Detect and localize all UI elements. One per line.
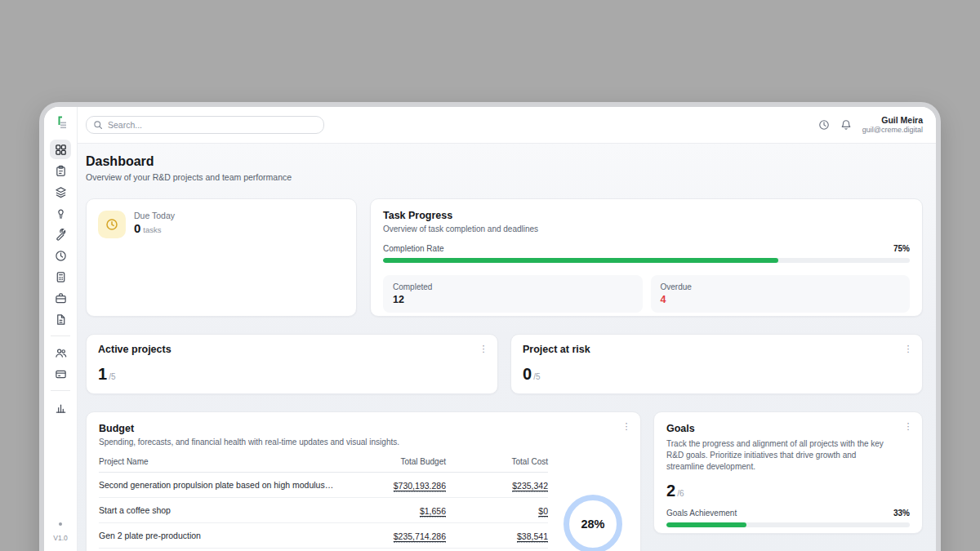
sidebar-item-calculator[interactable]	[50, 267, 71, 287]
user-email: guil@creme.digital	[862, 126, 923, 135]
sidebar-item-dashboard[interactable]	[50, 140, 71, 159]
completion-progress-fill	[383, 258, 778, 263]
completion-progress-bar	[383, 258, 910, 263]
goals-achievement-value: 33%	[893, 509, 910, 518]
budget-usage-gauge: 28%	[564, 495, 622, 551]
total-cost-value[interactable]: $235,342	[512, 481, 548, 492]
sidebar-item-team[interactable]	[50, 343, 71, 362]
goals-title: Goals	[666, 423, 910, 434]
app-window-frame: V1.0	[39, 102, 941, 551]
goals-menu-icon[interactable]: ⋮	[902, 420, 914, 432]
budget-table-row: Second generation propulsion plate based…	[99, 473, 548, 498]
goals-achievement-label: Goals Achievement	[666, 509, 737, 518]
budget-card: Budget ⋮ Spending, forecasts, and financ…	[86, 411, 641, 551]
lightbulb-icon	[55, 207, 67, 220]
due-today-label: Due Today	[134, 211, 175, 220]
search-box[interactable]	[86, 116, 324, 134]
wrench-icon	[55, 229, 67, 241]
document-icon	[55, 313, 67, 326]
total-budget-value[interactable]: $730,193.286	[394, 481, 446, 492]
app-logo-icon[interactable]	[52, 114, 69, 131]
main-area: Guil Meira guil@creme.digital Dashboard …	[78, 107, 936, 551]
goals-progress-fill	[666, 522, 746, 527]
page-title: Dashboard	[86, 154, 923, 169]
clock-icon	[55, 250, 67, 262]
active-projects-title: Active projects	[98, 344, 486, 355]
project-name: Start a coffee shop	[99, 505, 344, 515]
goals-card: Goals ⋮ Track the progress and alignment…	[653, 411, 923, 534]
total-budget-value[interactable]: $1,656	[420, 506, 446, 518]
user-name: Guil Meira	[862, 115, 923, 126]
col-total-budget: Total Budget	[344, 457, 446, 466]
total-cost-value[interactable]: $0	[538, 506, 548, 518]
active-projects-menu-icon[interactable]: ⋮	[478, 343, 489, 354]
topbar: Guil Meira guil@creme.digital	[78, 107, 936, 144]
active-projects-value: 1	[98, 365, 107, 383]
history-clock-icon[interactable]	[818, 119, 830, 131]
budget-table: Project Name Total Budget Total Cost Sec…	[99, 457, 548, 551]
project-at-risk-value: 0	[523, 365, 532, 383]
sidebar-item-analytics[interactable]	[50, 398, 71, 417]
completed-label: Completed	[393, 282, 633, 291]
active-projects-card: Active projects ⋮ 1/5	[86, 334, 498, 394]
due-today-unit: tasks	[143, 225, 161, 234]
user-menu[interactable]: Guil Meira guil@creme.digital	[862, 115, 923, 135]
task-progress-title: Task Progress	[383, 210, 910, 221]
overdue-stat: Overdue 4	[651, 275, 911, 313]
sidebar-item-portfolio[interactable]	[50, 288, 71, 308]
budget-subtitle: Spending, forecasts, and financial healt…	[99, 438, 628, 447]
layers-icon	[55, 186, 67, 198]
project-name: Second generation propulsion plate based…	[99, 480, 344, 490]
search-input[interactable]	[108, 120, 317, 130]
col-total-cost: Total Cost	[446, 457, 548, 466]
sidebar-item-tools[interactable]	[50, 224, 71, 244]
budget-table-header: Project Name Total Budget Total Cost	[99, 457, 548, 473]
clipboard-icon	[55, 165, 67, 177]
sidebar: V1.0	[44, 107, 78, 551]
total-cost-value[interactable]: $38,541	[517, 531, 548, 543]
total-budget-value[interactable]: $235,714.286	[394, 531, 446, 543]
due-today-card: Due Today 0tasks	[86, 198, 357, 317]
page-subtitle: Overview of your R&D projects and team p…	[86, 172, 923, 182]
briefcase-icon	[55, 292, 67, 304]
overdue-value: 4	[661, 294, 901, 305]
app-version: V1.0	[53, 534, 68, 542]
completed-stat: Completed 12	[383, 275, 643, 313]
status-dot	[59, 522, 62, 526]
goals-subtitle: Track the progress and alignment of all …	[666, 438, 910, 473]
project-at-risk-menu-icon[interactable]: ⋮	[902, 343, 914, 354]
project-at-risk-title: Project at risk	[523, 344, 911, 355]
completion-rate-label: Completion Rate	[383, 244, 443, 253]
sidebar-divider	[51, 390, 70, 391]
sidebar-item-time[interactable]	[50, 246, 71, 265]
users-icon	[55, 347, 67, 359]
task-progress-card: Task Progress Overview of task completio…	[370, 198, 923, 317]
sidebar-item-billing[interactable]	[50, 364, 71, 384]
bell-icon[interactable]	[840, 119, 852, 131]
overdue-label: Overdue	[661, 282, 901, 291]
dashboard-grid-icon	[55, 144, 67, 156]
project-at-risk-total: /5	[533, 372, 540, 381]
goals-total: /6	[677, 489, 684, 498]
sidebar-item-ideas[interactable]	[50, 203, 71, 223]
budget-table-row: Start a coffee shop $1,656 $0	[99, 498, 548, 523]
calculator-icon	[55, 271, 67, 283]
sidebar-divider	[51, 335, 70, 336]
goals-value: 2	[666, 482, 675, 500]
sidebar-item-documents[interactable]	[50, 309, 71, 329]
credit-card-icon	[55, 368, 67, 380]
sidebar-item-tasks[interactable]	[50, 161, 71, 180]
bar-chart-icon	[55, 402, 67, 414]
sidebar-item-projects[interactable]	[50, 182, 71, 202]
budget-usage-value: 28%	[581, 518, 604, 531]
budget-table-row: Gen 2 plate pre-production $235,714.286 …	[99, 523, 548, 549]
goals-progress-bar	[666, 522, 910, 527]
budget-title: Budget	[99, 423, 628, 434]
task-progress-subtitle: Overview of task completion and deadline…	[383, 224, 910, 233]
project-at-risk-card: Project at risk ⋮ 0/5	[510, 334, 923, 394]
budget-menu-icon[interactable]: ⋮	[621, 420, 632, 432]
completed-value: 12	[393, 294, 633, 305]
due-today-value: 0	[134, 221, 140, 235]
app-window: V1.0	[44, 107, 936, 551]
dashboard-content: Dashboard Overview of your R&D projects …	[78, 144, 936, 551]
